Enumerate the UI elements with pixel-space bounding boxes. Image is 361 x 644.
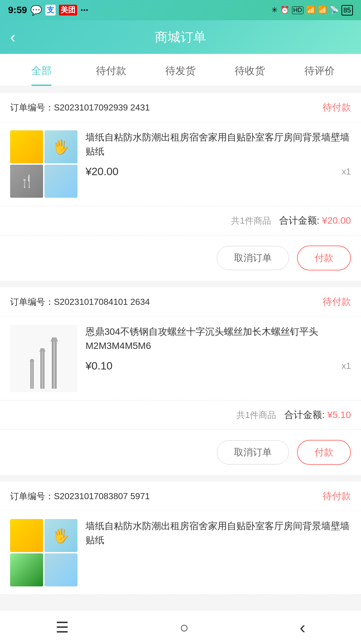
product-name-2: 恩鼎304不锈钢自攻螺丝十字沉头螺丝加长木螺丝钉平头M2M3M4M5M6 [86, 325, 351, 353]
status-right: ✳ ⏰ HD 📶 📶 📡 85 [271, 5, 353, 15]
bluetooth-icon: ✳ [271, 6, 277, 14]
order-header-3: 订单编号：S20231017083807 5971 待付款 [0, 482, 361, 511]
back-button[interactable]: ‹ [10, 29, 15, 45]
order-number-1: 订单编号：S20231017092939 2431 [10, 102, 150, 114]
order-header-1: 订单编号：S20231017092939 2431 待付款 [0, 93, 361, 122]
img-cell-3-2: 🖐 [44, 519, 77, 552]
wechat-icon: 💬 [30, 5, 42, 16]
order-number-2: 订单编号：S20231017084101 2634 [10, 296, 150, 308]
img-cell-1 [10, 130, 43, 163]
signal-icon: 📶 [306, 6, 315, 14]
order-summary-2: 共1件商品 合计金额: ¥5.10 [0, 400, 361, 430]
screw-1 [30, 359, 34, 389]
product-price-row-1: ¥20.00 x1 [86, 165, 351, 178]
product-price-row-2: ¥0.10 x1 [86, 360, 351, 372]
cancel-button-2[interactable]: 取消订单 [217, 440, 289, 464]
order-card-1: 订单编号：S20231017092939 2431 待付款 🖐 🍴 墙纸自粘防水… [0, 93, 361, 281]
alarm-icon: ⏰ [280, 6, 289, 14]
product-image-1: 🖐 🍴 [10, 130, 77, 198]
product-name-1: 墙纸自粘防水防潮出租房宿舍家用自贴卧室客厅房间背景墙壁墙贴纸 [86, 130, 351, 159]
order-card-2: 订单编号：S20231017084101 2634 待付款 恩鼎304不锈钢自攻… [0, 287, 361, 475]
order-summary-1: 共1件商品 合计金额: ¥20.00 [0, 206, 361, 235]
order-actions-1: 取消订单 付款 [0, 235, 361, 281]
img-cell-3-4 [44, 553, 77, 586]
home-icon[interactable]: ○ [180, 619, 189, 636]
order-header-2: 订单编号：S20231017084101 2634 待付款 [0, 287, 361, 317]
hd-label: HD [292, 6, 303, 14]
tab-pending-payment[interactable]: 待付款 [76, 54, 145, 86]
back-nav-icon[interactable]: ‹ [300, 617, 305, 638]
tabs-bar: 全部 待付款 待发货 待收货 待评价 [0, 54, 361, 86]
screw-3 [51, 337, 58, 389]
order-actions-2: 取消订单 付款 [0, 430, 361, 475]
page-title: 商城订单 [155, 29, 206, 46]
tab-all[interactable]: 全部 [7, 54, 76, 86]
screw-2 [39, 348, 45, 389]
product-qty-2: x1 [342, 361, 351, 371]
page-header: ‹ 商城订单 [0, 20, 361, 54]
img-cell-2: 🖐 [44, 130, 77, 163]
img-cell-3-3 [10, 553, 43, 586]
img-cell-4 [44, 165, 77, 198]
status-left: 9:59 💬 支 美团 ··· [8, 5, 88, 16]
product-row-2: 恩鼎304不锈钢自攻螺丝十字沉头螺丝加长木螺丝钉平头M2M3M4M5M6 ¥0.… [0, 317, 361, 400]
summary-total-2: 合计金额: ¥5.10 [284, 409, 351, 421]
order-card-3: 订单编号：S20231017083807 5971 待付款 🖐 墙纸自粘防水防潮… [0, 482, 361, 595]
product-qty-1: x1 [342, 166, 351, 177]
tab-pending-ship[interactable]: 待发货 [146, 54, 215, 86]
product-info-1: 墙纸自粘防水防潮出租房宿舍家用自贴卧室客厅房间背景墙壁墙贴纸 ¥20.00 x1 [86, 130, 351, 178]
summary-count-1: 共1件商品 [231, 215, 271, 227]
order-status-1: 待付款 [323, 101, 351, 114]
signal-icon-2: 📶 [318, 6, 327, 14]
battery-icon: 85 [341, 5, 353, 15]
bottom-nav: ☰ ○ ‹ [0, 610, 361, 644]
more-dots: ··· [80, 5, 88, 15]
product-info-3: 墙纸自粘防水防潮出租房宿舍家用自贴卧室客厅房间背景墙壁墙贴纸 [86, 519, 351, 554]
summary-total-1: 合计金额: ¥20.00 [279, 214, 351, 227]
pay-button-1[interactable]: 付款 [297, 246, 351, 270]
status-bar: 9:59 💬 支 美团 ··· ✳ ⏰ HD 📶 📶 📡 85 [0, 0, 361, 20]
cancel-button-1[interactable]: 取消订单 [217, 246, 289, 270]
product-row-3: 🖐 墙纸自粘防水防潮出租房宿舍家用自贴卧室客厅房间背景墙壁墙贴纸 [0, 511, 361, 595]
img-cell-3: 🍴 [10, 165, 43, 198]
summary-count-2: 共1件商品 [236, 409, 276, 421]
alipay-icon: 支 [45, 5, 56, 15]
product-name-3: 墙纸自粘防水防潮出租房宿舍家用自贴卧室客厅房间背景墙壁墙贴纸 [86, 519, 351, 547]
product-info-2: 恩鼎304不锈钢自攻螺丝十字沉头螺丝加长木螺丝钉平头M2M3M4M5M6 ¥0.… [86, 325, 351, 372]
product-price-1: ¥20.00 [86, 165, 119, 178]
product-price-2: ¥0.10 [86, 360, 112, 372]
order-status-2: 待付款 [323, 295, 351, 308]
product-image-3: 🖐 [10, 519, 77, 586]
menu-icon[interactable]: ☰ [56, 619, 69, 636]
img-cell-3-1 [10, 519, 43, 552]
wifi-icon: 📡 [330, 6, 339, 14]
product-image-2 [10, 325, 77, 392]
order-status-3: 待付款 [323, 490, 351, 503]
time: 9:59 [8, 5, 27, 15]
tab-pending-review[interactable]: 待评价 [285, 54, 354, 86]
app-icon: 美团 [59, 5, 77, 15]
tab-pending-receive[interactable]: 待收货 [215, 54, 285, 86]
pay-button-2[interactable]: 付款 [297, 440, 351, 465]
order-number-3: 订单编号：S20231017083807 5971 [10, 490, 150, 502]
product-row-1: 🖐 🍴 墙纸自粘防水防潮出租房宿舍家用自贴卧室客厅房间背景墙壁墙贴纸 ¥20.0… [0, 122, 361, 206]
